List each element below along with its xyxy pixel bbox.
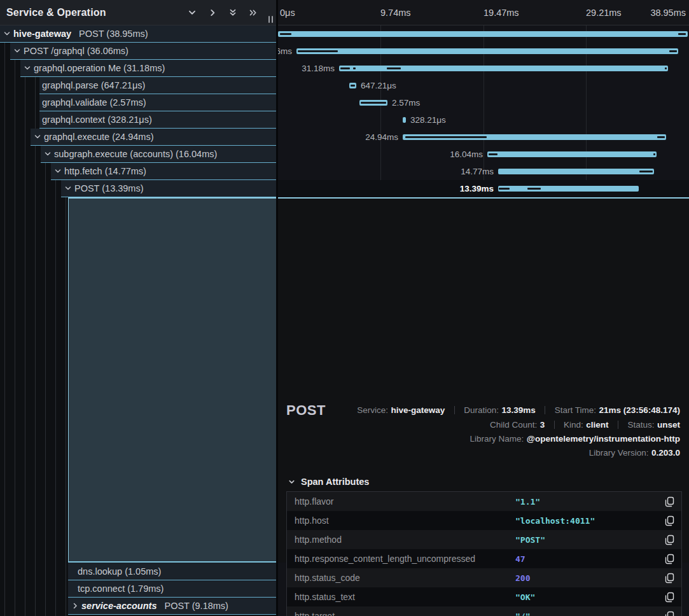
attribute-value: 47: [515, 554, 525, 564]
bar-row: 36.06ms: [278, 43, 689, 60]
chevron-down-icon: [288, 478, 296, 486]
operation-name: graphql.operation Me (31.18ms): [34, 63, 165, 73]
span-row-graphql-parse[interactable]: graphql.parse (647.21μs): [0, 77, 276, 94]
meta-label: Child Count:: [490, 420, 537, 430]
operation-name: graphql.parse (647.21μs): [42, 80, 145, 90]
meta-label: Start Time:: [555, 405, 596, 415]
span-bar[interactable]: [359, 100, 387, 106]
span-bar[interactable]: [498, 169, 654, 174]
span-row-tcp-connect[interactable]: tcp.connect (1.79ms): [0, 580, 276, 598]
copy-icon[interactable]: [665, 535, 675, 545]
span-bar[interactable]: [278, 31, 688, 37]
copy-icon[interactable]: [665, 515, 675, 526]
duration-label: 31.18ms: [302, 60, 335, 77]
span-bar[interactable]: [403, 134, 666, 140]
attribute-key: http.host: [287, 515, 515, 526]
span-detail-title: POST: [286, 402, 326, 419]
chevron-down-icon[interactable]: [3, 30, 11, 38]
copy-icon[interactable]: [665, 496, 675, 507]
span-row-dns-lookup[interactable]: dns.lookup (1.05ms): [0, 563, 276, 580]
tree-toolbar: [187, 8, 270, 18]
column-resizer-handle[interactable]: [268, 16, 273, 23]
meta-label: Status:: [628, 420, 655, 430]
attribute-row: http.status_text "OK": [287, 587, 681, 606]
copy-icon[interactable]: [665, 573, 675, 584]
attribute-value: "POST": [515, 535, 545, 545]
expand-one-chevron-right-icon[interactable]: [207, 8, 218, 18]
collapse-all-double-chevron-down-icon[interactable]: [228, 8, 238, 18]
timeline-ruler: 0μs 9.74ms 19.47ms 29.21ms 38.95ms: [278, 0, 689, 25]
attribute-row: http.response_content_length_uncompresse…: [287, 549, 681, 568]
span-row-graphql-validate[interactable]: graphql.validate (2.57ms): [0, 94, 276, 111]
operation-name: dns.lookup (1.05ms): [78, 566, 161, 577]
span-row-graphql-context[interactable]: graphql.context (328.21μs): [0, 111, 276, 129]
operation-name: tcp.connect (1.79ms): [78, 584, 164, 594]
attribute-key: http.target: [287, 611, 515, 616]
operation-name: POST (38.95ms): [79, 29, 148, 39]
detail-meta-line-2: Child Count: 3 Kind: client Status: unse…: [354, 419, 680, 433]
expand-all-double-chevron-right-icon[interactable]: [248, 8, 258, 18]
tick-label: 38.95ms: [650, 0, 686, 25]
span-bar[interactable]: [339, 66, 668, 71]
attribute-row: http.target "/": [287, 606, 681, 616]
copy-icon[interactable]: [665, 554, 675, 564]
span-row-graphql-operation-me[interactable]: graphql.operation Me (31.18ms): [0, 60, 276, 77]
span-bar[interactable]: [498, 186, 639, 192]
span-bar[interactable]: [403, 117, 406, 123]
meta-value: unset: [657, 420, 680, 430]
trace-viewer: Service & Operation: [0, 0, 689, 616]
span-bar[interactable]: [487, 151, 657, 157]
span-row-post-graphql[interactable]: POST /graphql (36.06ms): [0, 43, 276, 60]
span-bar[interactable]: [349, 83, 356, 88]
duration-label: 647.21μs: [361, 77, 396, 94]
detail-meta-line-1: Service: hive-gateway Duration: 13.39ms …: [354, 404, 680, 418]
attribute-key: http.response_content_length_uncompresse…: [287, 554, 515, 564]
attribute-key: http.flavor: [287, 496, 515, 507]
span-attributes-table: http.flavor "1.1" http.host "localhost:4…: [286, 491, 682, 616]
operation-name: POST /graphql (36.06ms): [24, 46, 129, 56]
chevron-down-icon[interactable]: [43, 150, 52, 158]
chevron-down-icon[interactable]: [23, 64, 31, 73]
meta-label: Library Version:: [589, 448, 649, 458]
panel-title: Service & Operation: [6, 7, 106, 18]
copy-icon[interactable]: [665, 592, 675, 603]
collapse-one-chevron-down-icon[interactable]: [187, 8, 197, 18]
meta-value: 13.39ms: [501, 405, 535, 415]
span-bar[interactable]: [296, 48, 678, 54]
chevron-down-icon[interactable]: [64, 185, 72, 193]
operation-name: http.fetch (14.77ms): [64, 166, 146, 176]
span-row-post-selected[interactable]: POST (13.39ms): [0, 180, 276, 197]
attribute-key: http.status_text: [287, 592, 515, 602]
expanded-span-region: [68, 197, 276, 563]
tick-label: 29.21ms: [586, 0, 622, 25]
chevron-right-icon[interactable]: [71, 602, 79, 610]
meta-value: hive-gateway: [391, 405, 445, 415]
span-row-http-fetch[interactable]: http.fetch (14.77ms): [0, 163, 276, 180]
bar-row-selected: 13.39ms: [278, 180, 689, 197]
meta-value: 0.203.0: [651, 448, 680, 458]
meta-label: Service:: [357, 405, 388, 415]
copy-icon[interactable]: [665, 611, 675, 616]
tick-label: 19.47ms: [484, 0, 519, 25]
tick-label: 9.74ms: [380, 0, 411, 25]
chevron-down-icon[interactable]: [13, 47, 21, 55]
bar-row: 2.57ms: [278, 94, 689, 111]
span-detail-panel: POST Service: hive-gateway Duration: 13.…: [278, 197, 689, 563]
duration-label: 36.06ms: [278, 43, 292, 60]
attribute-value: "/": [515, 612, 530, 616]
span-tree-panel: Service & Operation: [0, 0, 276, 616]
chevron-down-icon[interactable]: [33, 133, 41, 141]
chevron-down-icon[interactable]: [53, 167, 62, 176]
span-row-subgraph-execute[interactable]: subgraph.execute (accounts) (16.04ms): [0, 146, 276, 163]
attribute-row: http.flavor "1.1": [287, 492, 681, 511]
column-divider[interactable]: [276, 0, 278, 616]
span-row-service-accounts-post[interactable]: service-accounts POST (9.18ms): [0, 598, 276, 615]
meta-value: 21ms (23:56:48.174): [599, 405, 680, 415]
bar-row: 14.77ms: [278, 163, 689, 180]
span-attributes-header[interactable]: Span Attributes: [288, 477, 369, 487]
attribute-row: http.method "POST": [287, 530, 681, 549]
span-row-hive-gateway-post[interactable]: hive-gateway POST (38.95ms): [0, 25, 276, 43]
meta-label: Duration:: [464, 405, 499, 415]
span-row-graphql-execute[interactable]: graphql.execute (24.94ms): [0, 129, 276, 146]
operation-name: POST (13.39ms): [74, 183, 144, 193]
